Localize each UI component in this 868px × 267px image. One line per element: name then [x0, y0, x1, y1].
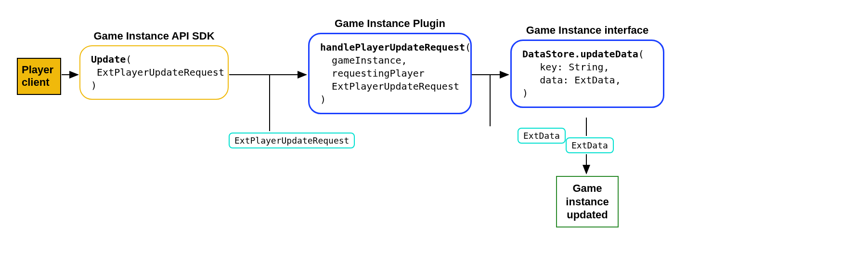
- ext-tag-2-label: ExtData: [523, 131, 560, 141]
- player-client-box: Player client: [17, 58, 61, 95]
- ext-tag-extdata-mid: ExtData: [518, 128, 566, 144]
- plugin-method: handlePlayerUpdateRequest: [320, 41, 465, 53]
- iface-title: Game Instance interface: [510, 24, 664, 37]
- ext-tag-1-label: ExtPlayerUpdateRequest: [234, 135, 349, 146]
- iface-group: Game Instance interface DataStore.update…: [510, 24, 664, 108]
- ext-tag-player-update-request: ExtPlayerUpdateRequest: [229, 133, 355, 148]
- plugin-title: Game Instance Plugin: [308, 17, 472, 30]
- sdk-group: Game Instance API SDK Update( ExtPlayerU…: [79, 30, 229, 100]
- sdk-title: Game Instance API SDK: [79, 30, 229, 42]
- ext-tag-3-label: ExtData: [571, 140, 608, 150]
- iface-param2: data: ExtData,: [540, 74, 621, 86]
- plugin-param2: requestingPlayer: [332, 67, 425, 79]
- sdk-box: Update( ExtPlayerUpdateRequest ): [79, 45, 229, 100]
- player-client-label: Player client: [22, 64, 53, 88]
- result-box: Game instance updated: [556, 176, 619, 227]
- plugin-box: handlePlayerUpdateRequest( gameInstance,…: [308, 33, 472, 114]
- result-line3: updated: [567, 209, 608, 221]
- result-line1: Game: [572, 182, 602, 194]
- iface-box: DataStore.updateData( key: String, data:…: [510, 40, 664, 108]
- plugin-group: Game Instance Plugin handlePlayerUpdateR…: [308, 17, 472, 114]
- ext-tag-extdata-down: ExtData: [566, 137, 614, 153]
- result-line2: instance: [566, 196, 609, 208]
- iface-param1: key: String,: [540, 61, 609, 73]
- plugin-param3: ExtPlayerUpdateRequest: [332, 80, 459, 92]
- iface-method: DataStore.updateData: [522, 48, 638, 60]
- plugin-param1: gameInstance,: [332, 54, 407, 66]
- sdk-param: ExtPlayerUpdateRequest: [97, 67, 224, 78]
- sdk-method: Update: [91, 53, 126, 65]
